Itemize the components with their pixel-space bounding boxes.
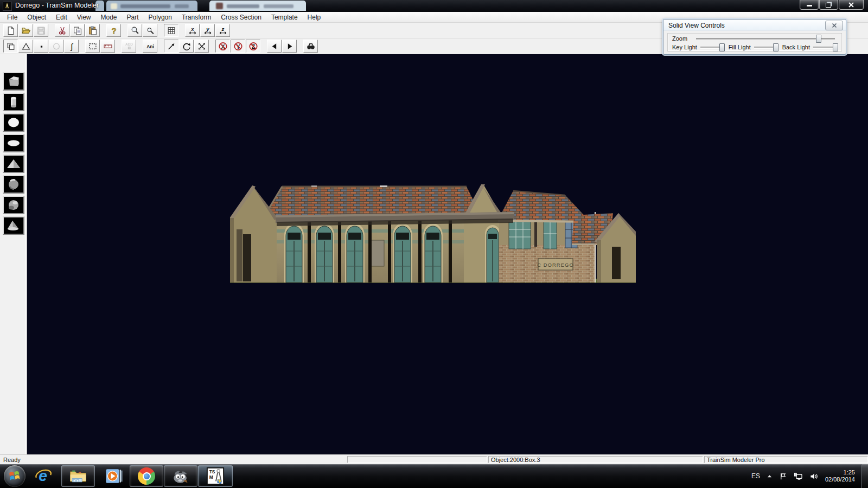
toolbar-cut-button[interactable] [55, 24, 69, 37]
menu-object[interactable]: Object [22, 12, 51, 22]
network-icon[interactable] [794, 472, 803, 480]
menu-transform[interactable]: Transform [177, 12, 216, 22]
slider-thumb[interactable] [719, 43, 725, 52]
toolbar-add-part-button[interactable]: ADD [122, 40, 136, 53]
primitive-sphere-button[interactable] [3, 113, 24, 132]
gimp-icon [171, 467, 190, 485]
tray-chevron-icon[interactable] [767, 473, 773, 479]
minimize-icon [807, 5, 812, 7]
zoom-slider[interactable] [696, 35, 835, 42]
language-indicator[interactable]: ES [751, 472, 760, 480]
minimize-button[interactable] [800, 0, 819, 10]
toolbar-paste-button[interactable] [85, 24, 100, 37]
toolbar-group [164, 24, 179, 37]
toolbar-scale-button[interactable] [194, 40, 209, 53]
show-desktop-button[interactable] [861, 464, 868, 488]
toolbar-spline-mode-button[interactable]: ∫ [64, 40, 79, 53]
toolbar-axis-x-button[interactable]: x [185, 24, 200, 37]
toolbar-new-button[interactable] [3, 24, 18, 37]
toolbar-triangle-mode-button[interactable] [18, 40, 33, 53]
menu-template[interactable]: Template [266, 12, 303, 22]
toolbar-find-button[interactable] [303, 40, 318, 53]
toolbar-grid-button[interactable] [164, 24, 178, 37]
primitive-cylinder-button[interactable] [3, 93, 24, 111]
awning-post [449, 215, 452, 282]
trainsim-modeler-taskbar-button[interactable]: TSM [198, 465, 233, 487]
svg-text:z: z [221, 26, 224, 32]
chrome-icon [138, 467, 155, 485]
toolbar-circle-mode-button[interactable] [49, 40, 63, 53]
toolbar-rotate-button[interactable] [179, 40, 194, 53]
menu-cross-section[interactable]: Cross Section [216, 12, 266, 22]
menu-part[interactable]: Part [122, 12, 144, 22]
clock[interactable]: 1:25 02/08/2014 [825, 469, 855, 483]
toolbar-save-button[interactable] [34, 24, 48, 37]
toolbar-lock-x-button[interactable]: X [215, 40, 230, 53]
toolbar-previous-button[interactable] [267, 40, 282, 53]
station-door [315, 223, 334, 282]
slider-thumb[interactable] [773, 43, 778, 52]
menu-view[interactable]: View [72, 12, 96, 22]
toolbar-lock-y-button[interactable]: Y [231, 40, 245, 53]
toolbar-zoom-out-button[interactable] [143, 24, 157, 37]
windows-media-player-taskbar-button[interactable] [100, 465, 127, 487]
google-chrome-taskbar-button[interactable] [130, 465, 163, 487]
start-button[interactable] [4, 465, 25, 487]
toolbar-open-button[interactable] [18, 24, 33, 37]
menu-help[interactable]: Help [303, 12, 326, 22]
viewport-3d[interactable]: C DORREGO [27, 54, 868, 454]
slider-thumb[interactable] [816, 35, 821, 43]
key-light-slider[interactable] [700, 43, 724, 51]
fill-light-slider[interactable] [754, 43, 778, 51]
menu-mode[interactable]: Mode [96, 12, 122, 22]
primitive-oblate-spheroid-button[interactable] [3, 134, 24, 152]
primitive-pyramid-button[interactable] [3, 155, 24, 173]
toolbar-axis-y-button[interactable]: y [200, 24, 215, 37]
svg-text:M: M [209, 474, 213, 480]
close-button[interactable] [839, 0, 864, 10]
toolbar-help-button[interactable]: ? [106, 24, 121, 37]
toolbar-group: Ani [143, 40, 158, 53]
toolbar-group: ? [106, 24, 122, 37]
scale-icon [197, 42, 207, 51]
slider-track[interactable] [696, 38, 835, 40]
prim-cone-icon [5, 219, 22, 233]
toolbar-axis-z-button[interactable]: z [215, 24, 230, 37]
toolbar-measure-button[interactable] [100, 40, 115, 53]
toolbar-copy-button[interactable] [70, 24, 85, 37]
marquee-icon [88, 42, 98, 51]
internet-explorer-taskbar-button[interactable]: e [31, 465, 56, 487]
svg-text:x: x [190, 26, 194, 32]
primitive-geosphere-2-button[interactable] [3, 196, 24, 214]
menu-polygon[interactable]: Polygon [144, 12, 177, 22]
windows-explorer-taskbar-button[interactable] [61, 465, 95, 487]
menu-edit[interactable]: Edit [51, 12, 72, 22]
toolbar-point-mode-button[interactable] [34, 40, 48, 53]
toolbar-animation-button[interactable]: Ani [143, 40, 157, 53]
toolbar-move-button[interactable] [164, 40, 178, 53]
awning-post [388, 215, 391, 282]
add-icon: ADD [124, 42, 134, 51]
action-center-flag-icon[interactable] [779, 472, 787, 480]
primitive-cone-button[interactable] [3, 216, 24, 235]
toolbar-next-button[interactable] [282, 40, 297, 53]
toolbar-box-mode-button[interactable] [3, 40, 18, 53]
ruler-icon [103, 42, 113, 51]
volume-icon[interactable] [809, 472, 819, 480]
restore-button[interactable] [819, 0, 838, 10]
station-model: C DORREGO [230, 179, 636, 284]
primitive-box-button[interactable] [3, 72, 24, 91]
status-cell-empty [347, 456, 487, 463]
toolbar-zoom-in-button[interactable] [127, 24, 142, 37]
gimp-taskbar-button[interactable] [164, 465, 197, 487]
menu-file[interactable]: File [2, 12, 22, 22]
primitive-geosphere-button[interactable] [3, 175, 24, 194]
toolbar-lock-z-button[interactable]: Z [246, 40, 260, 53]
zoom-label: Zoom [672, 35, 694, 42]
new-icon [6, 26, 16, 35]
panel-close-button[interactable] [825, 21, 843, 30]
back-light-slider[interactable] [813, 43, 837, 51]
point-icon [36, 42, 46, 51]
slider-thumb[interactable] [833, 43, 838, 52]
toolbar-marquee-select-button[interactable] [85, 40, 100, 53]
